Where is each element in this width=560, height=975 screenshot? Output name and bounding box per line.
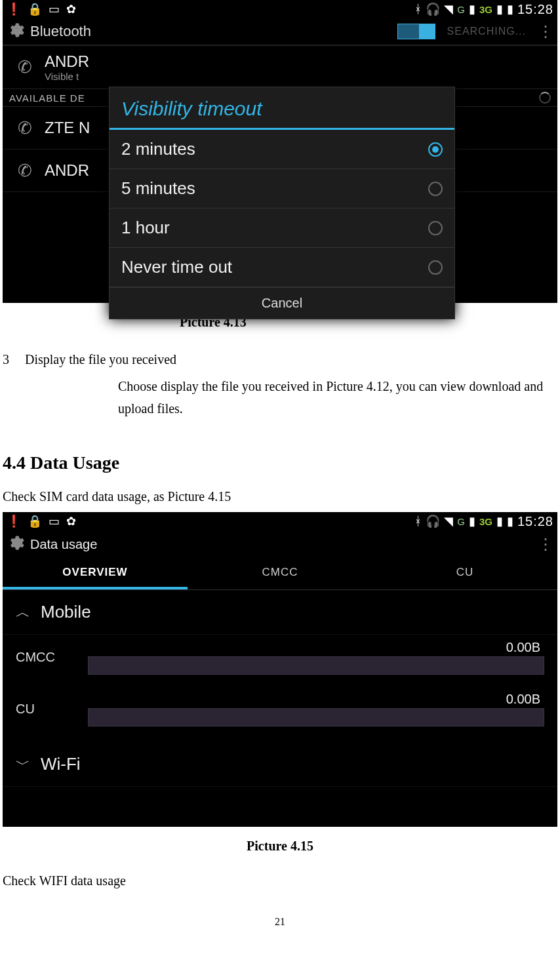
- tab-bar: OVERVIEW CMCC CU: [3, 558, 557, 590]
- loading-spinner-icon: [539, 92, 551, 104]
- usage-value: 0.00B: [88, 692, 544, 707]
- network-g-label: G: [457, 516, 465, 527]
- radio-unselected-icon: [428, 182, 443, 196]
- mobile-section-row[interactable]: ︿ Mobile: [3, 590, 557, 635]
- headphones-icon: 🎧: [426, 514, 440, 528]
- tab-overview[interactable]: OVERVIEW: [3, 558, 188, 589]
- usage-row-cu[interactable]: CU 0.00B: [3, 686, 557, 729]
- option-label: 5 minutes: [121, 178, 195, 199]
- section-label: Mobile: [41, 602, 91, 622]
- list-number: 3: [3, 352, 9, 367]
- notification-icon: ❗: [7, 2, 21, 16]
- radio-selected-icon: [428, 142, 443, 157]
- status-bar: ❗ 🔒 ▭ ✿ ᚼ 🎧 ◥ G ▮ 3G ▮ ▮ 15:28: [3, 0, 557, 18]
- bluetooth-status-icon: ᚼ: [414, 515, 422, 528]
- page-number: 21: [0, 892, 560, 933]
- notification-icon: ✿: [66, 2, 76, 16]
- usage-label: CU: [16, 702, 75, 717]
- option-label: 1 hour: [121, 218, 170, 238]
- battery-icon: ▮: [507, 2, 513, 16]
- chevron-up-icon: ︿: [16, 603, 30, 622]
- timeout-option-5min[interactable]: 5 minutes: [110, 169, 454, 209]
- status-bar: ❗ 🔒 ▭ ✿ ᚼ 🎧 ◥ G ▮ 3G ▮ ▮ 15:28: [3, 512, 557, 530]
- usage-bar: [88, 656, 544, 675]
- visibility-timeout-dialog: Visibility timeout 2 minutes 5 minutes 1…: [109, 87, 455, 319]
- signal-icon: ▮: [496, 514, 503, 528]
- section-heading: 4.4 Data Usage: [3, 420, 557, 489]
- headphones-icon: 🎧: [426, 2, 440, 16]
- status-time: 15:28: [517, 2, 553, 17]
- phone-icon: ✆: [14, 160, 35, 181]
- cancel-button[interactable]: Cancel: [110, 287, 454, 319]
- paragraph: Check SIM card data usage, as Picture 4.…: [3, 489, 557, 508]
- wifi-icon: ◥: [444, 514, 453, 528]
- radio-unselected-icon: [428, 260, 443, 275]
- battery-icon: ▮: [507, 514, 513, 528]
- overflow-menu-icon[interactable]: ⋮: [538, 28, 553, 35]
- status-time: 15:28: [517, 514, 553, 529]
- data-usage-header: Data usage ⋮: [3, 530, 557, 558]
- radio-unselected-icon: [428, 221, 443, 235]
- timeout-option-never[interactable]: Never time out: [110, 248, 454, 287]
- usage-row-cmcc[interactable]: CMCC 0.00B: [3, 635, 557, 677]
- signal-icon: ▮: [496, 2, 503, 16]
- notification-icon: ▭: [49, 514, 60, 528]
- wifi-section-row[interactable]: ﹀ Wi-Fi: [3, 742, 557, 787]
- screen-title: Data usage: [30, 537, 532, 552]
- settings-gear-icon[interactable]: [7, 21, 25, 42]
- network-3g-label: 3G: [479, 516, 492, 527]
- notification-icon: ▭: [49, 2, 60, 16]
- phone-icon: ✆: [14, 117, 35, 138]
- paragraph: Check WIFI data usage: [3, 858, 557, 892]
- network-g-label: G: [457, 4, 465, 15]
- own-device-visibility: Visible t: [45, 71, 89, 82]
- signal-icon: ▮: [469, 2, 475, 16]
- bluetooth-header: Bluetooth SEARCHING... ⋮: [3, 18, 557, 46]
- list-body-text: Choose display the file you received in …: [3, 371, 557, 420]
- section-label: Wi-Fi: [41, 754, 81, 774]
- tab-cmcc[interactable]: CMCC: [188, 558, 372, 589]
- notification-icon: 🔒: [28, 514, 42, 528]
- signal-icon: ▮: [469, 514, 475, 528]
- dialog-title: Visibility timeout: [110, 87, 454, 130]
- bluetooth-status-icon: ᚼ: [414, 3, 422, 16]
- available-devices-label: AVAILABLE DE: [9, 92, 85, 104]
- screenshot-data-usage: ❗ 🔒 ▭ ✿ ᚼ 🎧 ◥ G ▮ 3G ▮ ▮ 15:28 Data usag…: [3, 512, 557, 827]
- usage-value: 0.00B: [88, 640, 544, 655]
- settings-gear-icon[interactable]: [7, 534, 25, 555]
- notification-icon: ❗: [7, 514, 21, 528]
- screenshot-bluetooth-visibility-timeout: ❗ 🔒 ▭ ✿ ᚼ 🎧 ◥ G ▮ 3G ▮ ▮ 15:28 Bluetooth…: [3, 0, 557, 303]
- searching-label: SEARCHING...: [447, 26, 526, 37]
- bluetooth-toggle[interactable]: [397, 24, 435, 39]
- device-name: ZTE N: [45, 119, 90, 137]
- figure-caption: Picture 4.15: [3, 827, 557, 858]
- notification-icon: 🔒: [28, 2, 42, 16]
- own-device-name: ANDR: [45, 52, 89, 71]
- phone-icon: ✆: [14, 57, 35, 78]
- usage-bar: [88, 708, 544, 726]
- own-device-row[interactable]: ✆ ANDR Visible t: [3, 46, 557, 89]
- numbered-list-item: 3 Display the file you received: [3, 334, 557, 371]
- timeout-option-1hour[interactable]: 1 hour: [110, 209, 454, 248]
- timeout-option-2min[interactable]: 2 minutes: [110, 130, 454, 169]
- tab-cu[interactable]: CU: [372, 558, 557, 589]
- network-3g-label: 3G: [479, 4, 492, 15]
- device-name: ANDR: [45, 161, 89, 180]
- chevron-down-icon: ﹀: [16, 755, 30, 774]
- usage-label: CMCC: [16, 650, 75, 665]
- screen-title: Bluetooth: [30, 23, 392, 40]
- overflow-menu-icon[interactable]: ⋮: [538, 541, 553, 547]
- notification-icon: ✿: [66, 514, 76, 528]
- option-label: Never time out: [121, 257, 232, 277]
- option-label: 2 minutes: [121, 139, 195, 159]
- list-title: Display the file you received: [25, 352, 176, 367]
- wifi-icon: ◥: [444, 2, 453, 16]
